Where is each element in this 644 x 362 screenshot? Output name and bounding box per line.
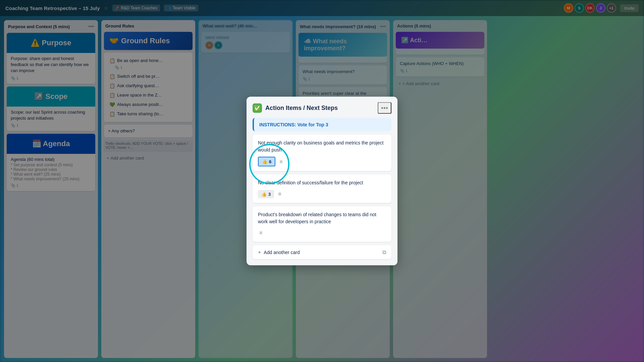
modal-menu-button[interactable]: ••• bbox=[378, 102, 391, 114]
modal-card-3-text: Product's breakdown of related changes t… bbox=[258, 211, 386, 225]
modal-add-card-label: Add another card bbox=[264, 250, 300, 255]
modal-header: ✅ Action Items / Next Steps ••• bbox=[247, 97, 397, 118]
modal-add-card-copy-icon: ⧉ bbox=[382, 249, 386, 255]
modal-check-icon: ✅ bbox=[253, 103, 262, 113]
modal-title: Action Items / Next Steps bbox=[265, 105, 338, 112]
modal-card-1-actions: 👍 6 ≡ bbox=[258, 157, 386, 167]
action-items-modal: ✅ Action Items / Next Steps ••• INSTRUCT… bbox=[247, 97, 397, 265]
modal-card-2[interactable]: No clear definition of success/failure f… bbox=[253, 175, 391, 203]
card-lines-icon-3[interactable]: ≡ bbox=[258, 229, 264, 237]
thumb-up-icon-1: 👍 bbox=[262, 159, 267, 164]
modal-card-2-actions: 👍 3 ≡ bbox=[258, 190, 386, 198]
card-lines-icon-1[interactable]: ≡ bbox=[278, 157, 284, 166]
vote-button-1[interactable]: 👍 6 bbox=[258, 157, 275, 167]
vote-count-2: 3 bbox=[268, 191, 271, 196]
vote-count-1: 6 bbox=[269, 159, 271, 164]
modal-card-1[interactable]: Not enough clarity on business goals and… bbox=[253, 135, 391, 171]
instructions-banner: INSTRUCTIONS: Vote for Top 3 bbox=[253, 118, 391, 131]
modal-add-card-left: + Add another card bbox=[258, 249, 300, 255]
instructions-text: INSTRUCTIONS: Vote for Top 3 bbox=[259, 122, 328, 127]
modal-card-1-text: Not enough clarity on business goals and… bbox=[258, 139, 386, 154]
modal-card-2-text: No clear definition of success/failure f… bbox=[258, 179, 386, 186]
modal-card-3-actions: ≡ bbox=[258, 229, 386, 237]
add-card-plus-icon: + bbox=[258, 249, 261, 255]
modal-add-card[interactable]: + Add another card ⧉ bbox=[253, 245, 391, 259]
thumb-up-icon-2: 👍 bbox=[261, 191, 267, 196]
modal-card-3[interactable]: Product's breakdown of related changes t… bbox=[253, 206, 391, 242]
card-lines-icon-2[interactable]: ≡ bbox=[277, 190, 282, 198]
vote-button-2[interactable]: 👍 3 bbox=[258, 190, 274, 198]
modal-body: INSTRUCTIONS: Vote for Top 3 Not enough … bbox=[247, 118, 397, 265]
modal-title-row: ✅ Action Items / Next Steps bbox=[253, 103, 338, 113]
